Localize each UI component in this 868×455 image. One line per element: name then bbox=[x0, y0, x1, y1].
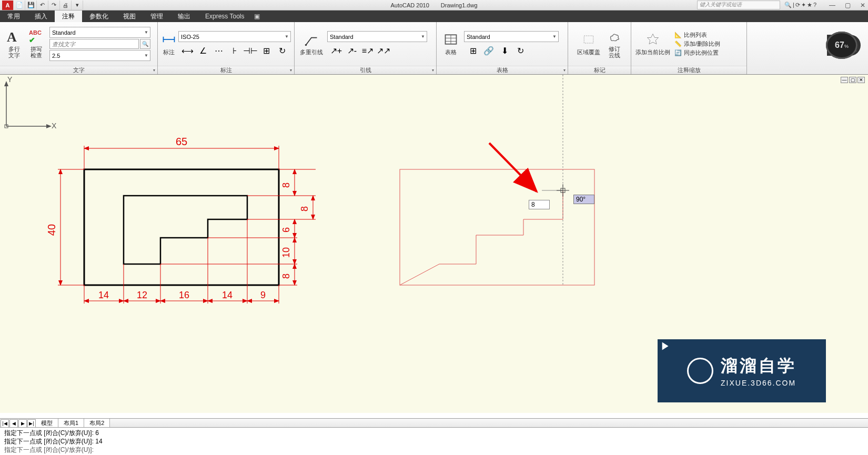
mtext-button[interactable]: A 多行 文字 bbox=[3, 29, 25, 58]
subscription-icon[interactable]: ⟳ bbox=[795, 2, 800, 8]
help-icon[interactable]: ? bbox=[813, 2, 816, 8]
svg-text:40: 40 bbox=[46, 224, 57, 236]
panel-leader: 多重引线 Standard▼ ↗+ ↗- ≡↗ ↗↗ 引线▾ bbox=[295, 22, 437, 74]
dim-linear-icon[interactable]: ⟷ bbox=[180, 44, 194, 57]
tab-output[interactable]: 输出 bbox=[170, 11, 198, 22]
dim-ordinate-icon[interactable]: ⊦ bbox=[228, 44, 241, 57]
mleaderstyle-value: Standard bbox=[330, 34, 354, 40]
svg-rect-8 bbox=[584, 36, 593, 43]
spellcheck-button[interactable]: ABC✔ 拼写 检查 bbox=[25, 29, 47, 58]
revcloud-button[interactable]: 修订 云线 bbox=[603, 29, 625, 58]
tab-express[interactable]: Express Tools bbox=[198, 11, 251, 22]
tab-prev-icon[interactable]: ◀ bbox=[9, 419, 18, 428]
syncscale-item[interactable]: 🔄同步比例位置 bbox=[674, 49, 720, 57]
minimize-button[interactable]: — bbox=[829, 2, 835, 9]
panel-annoscale-title: 注释缩放 bbox=[631, 66, 746, 74]
cmd-history-2: 指定下一点或 [闭合(C)/放弃(U)]: 14 bbox=[4, 437, 864, 446]
tab-first-icon[interactable]: |◀ bbox=[1, 419, 9, 428]
find-go-icon[interactable]: 🔍 bbox=[140, 39, 150, 49]
layout-tab-model[interactable]: 模型 bbox=[36, 419, 58, 428]
layout-tabs: |◀ ◀ ▶ ▶| 模型 布局1 布局2 bbox=[0, 418, 868, 428]
dim-tool-icons: ⟷ ∠ ⋯ ⊦ ⊣⊢ ⊞ ↻ bbox=[178, 44, 291, 57]
table-button[interactable]: 表格 bbox=[440, 32, 462, 56]
panel-text: A 多行 文字 ABC✔ 拼写 检查 Standard▼ 🔍 2.5▼ 文字▾ bbox=[0, 22, 158, 74]
leader-collect-icon[interactable]: ↗↗ bbox=[377, 44, 390, 57]
speed-widget: 67% bbox=[826, 32, 857, 59]
dim-tolerance-icon[interactable]: ⊞ bbox=[259, 44, 273, 57]
vp-min-icon[interactable]: — bbox=[841, 77, 848, 83]
app-menu-button[interactable]: A bbox=[2, 1, 14, 10]
addremovescale-item[interactable]: 📏添加/删除比例 bbox=[674, 40, 720, 48]
tablestyle-combo[interactable]: Standard▼ bbox=[464, 31, 559, 42]
textheight-combo[interactable]: 2.5▼ bbox=[49, 50, 150, 61]
tab-parametric[interactable]: 参数化 bbox=[82, 11, 116, 22]
vp-close-icon[interactable]: ✕ bbox=[857, 77, 865, 83]
comm-icon[interactable]: ✦ bbox=[801, 2, 806, 8]
dimension-button[interactable]: 标注 bbox=[161, 32, 176, 56]
dynamic-angle-input[interactable]: 90° bbox=[573, 195, 594, 204]
layout-tab-1[interactable]: 布局1 bbox=[58, 419, 84, 428]
dynamic-distance-input[interactable]: 8 bbox=[529, 200, 550, 209]
dim-break-icon[interactable]: ⊣⊢ bbox=[244, 44, 257, 57]
qat-redo-icon[interactable]: ↷ bbox=[48, 1, 60, 10]
qat-dd-icon[interactable]: ▾ bbox=[72, 1, 83, 10]
maximize-button[interactable]: ▢ bbox=[845, 2, 851, 9]
textheight-value: 2.5 bbox=[52, 53, 60, 59]
leader-align-icon[interactable]: ≡↗ bbox=[361, 44, 375, 57]
table-label: 表格 bbox=[445, 48, 457, 56]
svg-text:9: 9 bbox=[260, 290, 266, 300]
panel-table: 表格 Standard▼ ⊞ 🔗 ⬇ ↻ 表格▾ bbox=[437, 22, 568, 74]
drawing-canvas[interactable]: 65 40 8 8 bbox=[0, 75, 868, 413]
command-line[interactable]: 指定下一点或 [闭合(C)/放弃(U)]: 6 指定下一点或 [闭合(C)/放弃… bbox=[0, 427, 868, 455]
tab-insert[interactable]: 插入 bbox=[27, 11, 55, 22]
fav-icon[interactable]: ★ bbox=[807, 2, 812, 8]
tab-annotate[interactable]: 注释 bbox=[55, 11, 82, 22]
svg-text:8: 8 bbox=[299, 206, 310, 211]
svg-text:8: 8 bbox=[281, 183, 291, 188]
tab-manage[interactable]: 管理 bbox=[143, 11, 170, 22]
dim-update-icon[interactable]: ↻ bbox=[275, 44, 289, 57]
dim-angular-icon[interactable]: ∠ bbox=[196, 44, 210, 57]
tab-next-icon[interactable]: ▶ bbox=[18, 419, 27, 428]
svg-text:10: 10 bbox=[281, 247, 291, 258]
dimstyle-combo[interactable]: ISO-25▼ bbox=[178, 31, 291, 42]
leader-add-icon[interactable]: ↗+ bbox=[329, 44, 343, 57]
cmd-history-1: 指定下一点或 [闭合(C)/放弃(U)]: 6 bbox=[4, 429, 864, 437]
tab-view[interactable]: 视图 bbox=[116, 11, 143, 22]
infocenter-icons: 🔍 | ⟳ ✦ ★ ? bbox=[784, 2, 816, 8]
tab-home[interactable]: 常用 bbox=[0, 11, 27, 22]
textstyle-combo[interactable]: Standard▼ bbox=[49, 27, 150, 38]
search-input[interactable]: 键入关键字或短语 bbox=[697, 1, 780, 9]
mleader-button[interactable]: 多重引线 bbox=[298, 32, 325, 56]
svg-text:Y: Y bbox=[7, 75, 13, 84]
qat-save-icon[interactable]: 💾 bbox=[25, 1, 37, 10]
speed-main: 67 bbox=[835, 41, 844, 49]
scalelist-item[interactable]: 📐比例列表 bbox=[674, 31, 720, 39]
table-extract-icon[interactable]: ⊞ bbox=[466, 44, 480, 57]
mleaderstyle-combo[interactable]: Standard▼ bbox=[327, 31, 427, 42]
svg-line-57 bbox=[489, 143, 537, 191]
close-button[interactable]: ✕ bbox=[860, 2, 865, 9]
svg-text:12: 12 bbox=[137, 290, 147, 300]
ribbon-tabs: 常用 插入 注释 参数化 视图 管理 输出 Express Tools ▣ bbox=[0, 11, 868, 22]
addscale-button[interactable]: 添加当前比例 bbox=[634, 32, 671, 56]
table-refresh-icon[interactable]: ↻ bbox=[513, 44, 527, 57]
layout-tab-2[interactable]: 布局2 bbox=[84, 419, 110, 428]
leader-remove-icon[interactable]: ↗- bbox=[345, 44, 359, 57]
dim-continue-icon[interactable]: ⋯ bbox=[212, 44, 226, 57]
table-link-icon[interactable]: 🔗 bbox=[482, 44, 496, 57]
ribbon: A 多行 文字 ABC✔ 拼写 检查 Standard▼ 🔍 2.5▼ 文字▾ bbox=[0, 22, 868, 75]
ribbon-expand-icon[interactable]: ▣ bbox=[251, 11, 262, 22]
qat-print-icon[interactable]: 🖨 bbox=[60, 1, 72, 10]
vp-max-icon[interactable]: ▢ bbox=[849, 77, 856, 83]
table-download-icon[interactable]: ⬇ bbox=[498, 44, 511, 57]
tab-last-icon[interactable]: ▶| bbox=[27, 419, 36, 428]
qat-undo-icon[interactable]: ↶ bbox=[37, 1, 48, 10]
qat-new-icon[interactable]: 📄 bbox=[14, 1, 25, 10]
findtext-input[interactable] bbox=[49, 39, 139, 49]
search-icon[interactable]: 🔍 bbox=[784, 2, 792, 8]
panel-table-title: 表格▾ bbox=[437, 66, 568, 74]
scalelist-icon: 📐 bbox=[674, 32, 682, 38]
panel-leader-title: 引线▾ bbox=[295, 66, 436, 74]
wipeout-button[interactable]: 区域覆盖 bbox=[574, 32, 603, 56]
